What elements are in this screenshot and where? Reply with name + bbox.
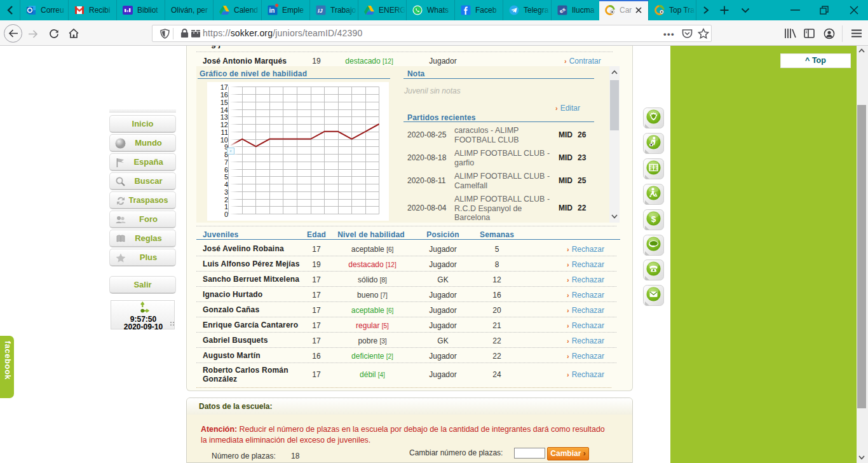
svg-text:16: 16 [220, 91, 228, 99]
svg-text:11: 11 [221, 128, 228, 136]
svg-text:0: 0 [224, 211, 228, 218]
svg-text:in: in [269, 7, 275, 14]
svg-text:12: 12 [220, 121, 228, 128]
svg-text:15: 15 [220, 99, 228, 106]
svg-text:1: 1 [224, 203, 228, 211]
svg-text:4: 4 [224, 181, 228, 188]
svg-text:7: 7 [224, 158, 228, 166]
svg-text:IJ: IJ [318, 8, 323, 14]
svg-text:5: 5 [224, 173, 228, 181]
svg-text:13: 13 [220, 113, 228, 121]
svg-text:3: 3 [224, 188, 228, 196]
svg-text:$: $ [651, 214, 656, 224]
svg-text:17: 17 [220, 83, 228, 91]
